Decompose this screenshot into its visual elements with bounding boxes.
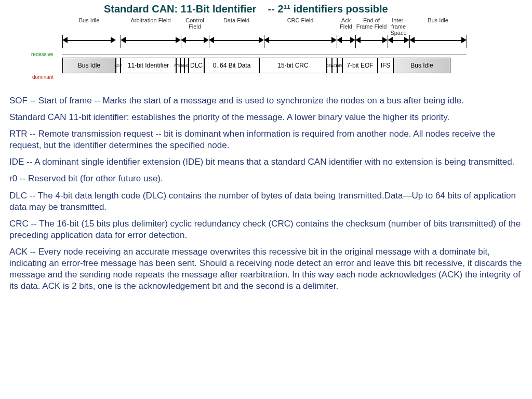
frame-field: 11-bit Identifier	[121, 58, 176, 73]
region-arrow	[269, 40, 331, 41]
description-paragraph: CRC -- The 16-bit (15 bits plus delimite…	[0, 216, 532, 244]
level-dominant: dominant	[32, 74, 54, 80]
region-arrow	[342, 40, 350, 41]
frame-field: Bus Idle	[62, 58, 116, 73]
title-tail: -- 2¹¹ identifiers possible	[268, 3, 388, 15]
region-arrow	[415, 40, 461, 41]
region-label: Bus Idle	[409, 17, 467, 23]
frame-field: r0	[184, 58, 189, 73]
frame-field: 15-bit CRC	[259, 58, 327, 73]
description-paragraph: DLC -- The 4-bit data length code (DLC) …	[0, 188, 532, 216]
frame-field: 0..64 Bit Data	[204, 58, 259, 73]
description-paragraph: SOF -- Start of frame -- Marks the start…	[0, 93, 532, 110]
region-arrow	[214, 40, 259, 41]
region-label: Data Field	[209, 17, 264, 23]
region-label: Bus Idle	[62, 17, 116, 23]
region-label: Inter-frame Space	[388, 17, 409, 36]
region-arrow	[68, 40, 111, 41]
frame-field: DEL	[337, 58, 342, 73]
description-paragraph: RTR -- Remote transmission request -- bi…	[0, 126, 532, 154]
description-paragraph: r0 -- Reserved bit (for other future use…	[0, 171, 532, 188]
region-arrow	[186, 40, 204, 41]
region-label: CRC Field	[264, 17, 337, 23]
page-title: Standard CAN: 11-Bit Identifier -- 2¹¹ i…	[0, 0, 532, 17]
can-frame-diagram: Bus IdleArbitration FieldControl FieldDa…	[32, 17, 500, 90]
title-main: Standard CAN: 11-Bit Identifier	[104, 3, 256, 15]
region-arrow	[126, 40, 176, 41]
region-arrow	[361, 40, 382, 41]
description-paragraph: IDE -- A dominant single identifier exte…	[0, 154, 532, 171]
frame-fields: Bus IdleSOF11-bit IdentifierRTRIDEr0DLC0…	[62, 58, 500, 73]
level-recessive: recessive	[31, 51, 53, 57]
region-label: Control Field	[181, 17, 209, 30]
region-label: Arbitration Field	[121, 17, 181, 23]
region-label: End of Frame Field	[355, 17, 388, 30]
description-paragraph: ACK -- Every node receiving an accurate …	[0, 244, 532, 295]
region-arrow	[393, 40, 404, 41]
frame-field: DLC	[189, 58, 204, 73]
frame-field: 7-bit EOF	[342, 58, 378, 73]
frame-field: IFS	[378, 58, 393, 73]
description-paragraph: Standard CAN 11-bit identifier: establis…	[0, 110, 532, 126]
frame-field: SOF	[116, 58, 121, 73]
frame-field: Bus Idle	[393, 58, 450, 73]
region-label: Ack Field	[337, 17, 355, 30]
frame-field: IDE	[180, 58, 184, 73]
